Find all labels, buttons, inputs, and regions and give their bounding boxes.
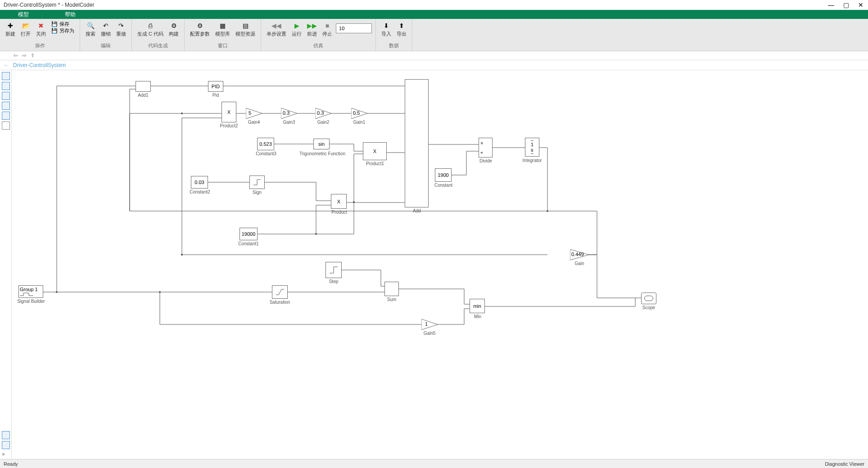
- product1-block[interactable]: X: [363, 142, 387, 160]
- palette-item-6[interactable]: [2, 122, 10, 130]
- step-block[interactable]: [326, 262, 342, 278]
- gain3-block[interactable]: 0.3: [281, 108, 297, 119]
- gain4-block[interactable]: 5: [246, 108, 262, 119]
- search-button[interactable]: 🔍搜索: [84, 21, 97, 40]
- gain5-label: Gain5: [422, 331, 437, 336]
- palette-item-4[interactable]: [2, 102, 10, 110]
- svg-text:5: 5: [249, 110, 251, 116]
- product-block[interactable]: X: [331, 194, 347, 209]
- run-button[interactable]: ▶运行: [290, 21, 303, 40]
- minimize-icon[interactable]: —: [828, 1, 834, 9]
- new-button[interactable]: ✚新建: [4, 21, 17, 40]
- add-block[interactable]: [405, 79, 429, 207]
- simtime-input[interactable]: [336, 23, 372, 33]
- gain-label: Gain: [573, 261, 586, 266]
- open-button[interactable]: 📂打开: [19, 21, 32, 40]
- group-label-sim: 仿真: [265, 40, 372, 49]
- redo-button[interactable]: ↷重做: [114, 21, 128, 40]
- constant-block[interactable]: 1900: [435, 168, 452, 182]
- svg-point-0: [56, 291, 58, 293]
- sign-block[interactable]: [249, 176, 265, 189]
- saveas-button[interactable]: 💾另存为: [50, 27, 76, 34]
- nav-bar: ⇦ ⇨ ⇧: [0, 51, 868, 60]
- constant1-label: Constant1: [237, 241, 260, 246]
- build-button[interactable]: ⚙构建: [167, 21, 181, 40]
- res-icon: ▤: [241, 22, 249, 30]
- gain2-label: Gain2: [315, 120, 331, 125]
- constant1-block[interactable]: 19000: [240, 228, 258, 240]
- step-button[interactable]: ◀◀单步设置: [265, 21, 288, 40]
- maximize-icon[interactable]: ▢: [843, 1, 849, 9]
- build-icon: ⚙: [170, 22, 178, 30]
- undo-button[interactable]: ↶撤销: [99, 21, 113, 40]
- diagnostic-viewer-link[interactable]: Diagnostic Viewer: [825, 461, 864, 467]
- gain1-block[interactable]: 0.5: [351, 108, 367, 119]
- add1-label: Add1: [136, 93, 151, 98]
- toolbar-group-window: ⚙配置参数 ▦模型库 ▤模型资源 窗口: [185, 19, 261, 51]
- window-title: Driver-ControllSystem * - ModelCoder: [4, 2, 94, 8]
- modellib-button[interactable]: ▦模型库: [213, 21, 232, 40]
- svg-text:0.449: 0.449: [571, 252, 584, 257]
- toolbar-group-data: ⬇导入 ⬆导出 数据: [376, 19, 412, 51]
- breadcrumb-back-icon[interactable]: ←: [4, 63, 9, 68]
- import-button[interactable]: ⬇导入: [380, 21, 393, 40]
- palette-bottom-2[interactable]: [2, 441, 10, 449]
- toolbar-group-edit: 🔍搜索 ↶撤销 ↷重做 编辑: [80, 19, 132, 51]
- sum-block[interactable]: [384, 282, 399, 296]
- svg-point-3: [315, 233, 317, 235]
- sum-label: Sum: [385, 297, 398, 302]
- palette-item-3[interactable]: [2, 92, 10, 100]
- saturation-block[interactable]: [272, 285, 288, 299]
- stop-button[interactable]: ■停止: [321, 21, 334, 40]
- canvas[interactable]: Add1 PID Pid X Product2 5 Gain4 0.3 Gain…: [12, 70, 868, 459]
- lib-icon: ▦: [219, 22, 227, 30]
- save-button[interactable]: 💾保存: [50, 21, 76, 27]
- fwd-icon: ▶▶: [308, 22, 316, 30]
- divide-label: Divide: [477, 158, 494, 163]
- status-ready: Ready: [4, 461, 18, 467]
- svg-marker-17: [421, 319, 438, 330]
- genc-button[interactable]: ⎙生成 C 代码: [136, 21, 165, 40]
- scope-block[interactable]: [641, 292, 656, 304]
- modelres-button[interactable]: ▤模型资源: [234, 21, 257, 40]
- menu-help[interactable]: 帮助: [47, 10, 94, 19]
- palette-bottom-1[interactable]: [2, 431, 10, 439]
- export-button[interactable]: ⬆导出: [395, 21, 408, 40]
- product2-block[interactable]: X: [222, 102, 236, 122]
- palette-item-2[interactable]: [2, 82, 10, 90]
- breadcrumb-path[interactable]: Driver-ControllSystem: [13, 62, 66, 68]
- palette-item-5[interactable]: [2, 112, 10, 120]
- palette-item-1[interactable]: [2, 72, 10, 80]
- palette-expand-icon[interactable]: »: [2, 451, 10, 457]
- integrator-block[interactable]: 1s: [525, 138, 539, 157]
- pid-block[interactable]: PID: [208, 81, 223, 92]
- close-button[interactable]: ✖关闭: [34, 21, 48, 40]
- svg-point-2: [181, 112, 183, 114]
- gain2-block[interactable]: 0.3: [315, 108, 331, 119]
- constant3-block[interactable]: 0.523: [257, 138, 274, 150]
- menu-model[interactable]: 模型: [0, 10, 47, 19]
- gain5-block[interactable]: 1: [421, 319, 438, 330]
- close-icon[interactable]: ✕: [858, 1, 863, 9]
- nav-back-icon[interactable]: ⇦: [14, 53, 18, 58]
- trig-block[interactable]: sin: [313, 139, 330, 149]
- import-icon: ⬇: [382, 22, 390, 30]
- workspace: »: [0, 70, 868, 459]
- gain-block[interactable]: 0.449: [570, 249, 589, 260]
- close-file-icon: ✖: [37, 22, 45, 30]
- nav-forward-icon[interactable]: ⇨: [22, 53, 26, 58]
- step-label: Step: [327, 279, 340, 284]
- config-button[interactable]: ⚙配置参数: [188, 21, 212, 40]
- signal-builder-block[interactable]: Group 1: [18, 285, 43, 298]
- add1-block[interactable]: [136, 81, 151, 92]
- saveas-icon: 💾: [51, 28, 58, 34]
- product-label: Product: [329, 210, 349, 215]
- min-block[interactable]: min: [470, 299, 485, 313]
- constant2-block[interactable]: 0.03: [191, 176, 208, 189]
- forward-button[interactable]: ▶▶前进: [305, 21, 319, 40]
- stop-icon: ■: [323, 22, 331, 30]
- nav-up-icon[interactable]: ⇧: [31, 53, 35, 58]
- divide-block[interactable]: ×÷: [479, 138, 493, 158]
- toolbar-group-codegen: ⎙生成 C 代码 ⚙构建 代码生成: [132, 19, 185, 51]
- palette: »: [0, 70, 12, 459]
